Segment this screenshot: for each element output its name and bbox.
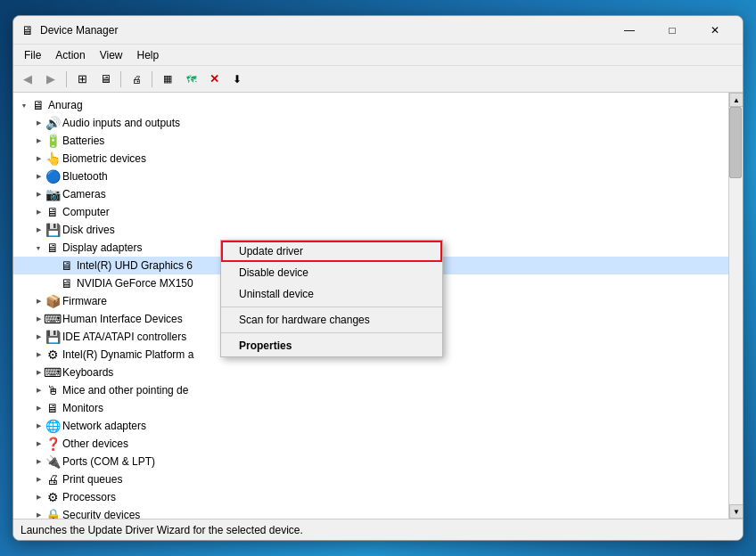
remove-icon: ✕ — [210, 72, 219, 86]
network-icon: 🌐 — [45, 419, 60, 433]
expand-arrow-biometric[interactable] — [31, 151, 45, 166]
scroll-down-button[interactable]: ▼ — [729, 504, 743, 519]
expand-arrow-processors[interactable] — [31, 490, 45, 504]
keyboards-icon: ⌨ — [45, 365, 60, 380]
tree-label-mice: Mice and other pointing de — [62, 384, 188, 397]
forward-button[interactable]: ▶ — [40, 70, 62, 89]
tree-item-diskdrives[interactable]: 💾 Disk drives — [13, 221, 728, 239]
ide-icon: 💾 — [45, 330, 60, 344]
tree-panel[interactable]: 🖥 Anurag 🔊 Audio inputs and outputs 🔋 Ba… — [13, 93, 728, 519]
tree-item-printqueues[interactable]: 🖨 Print queues — [13, 470, 728, 488]
tree-label-keyboards: Keyboards — [62, 366, 113, 379]
device-manager-window: 🖥 Device Manager — □ ✕ File Action View … — [12, 15, 744, 541]
ctx-scan-changes[interactable]: Scan for hardware changes — [221, 309, 442, 331]
window-icon: 🖥 — [21, 23, 35, 37]
menu-view[interactable]: View — [93, 47, 130, 63]
map-button[interactable]: 🗺 — [180, 70, 201, 89]
expand-arrow-security[interactable] — [31, 508, 45, 519]
minimize-button[interactable]: — — [609, 16, 650, 45]
expand-arrow-diskdrives[interactable] — [31, 223, 45, 237]
expand-arrow-cameras[interactable] — [31, 187, 45, 201]
tree-item-batteries[interactable]: 🔋 Batteries — [13, 132, 728, 150]
menu-file[interactable]: File — [17, 47, 48, 63]
expand-arrow-computer[interactable] — [31, 205, 45, 219]
expand-arrow-bluetooth[interactable] — [31, 169, 45, 184]
expand-arrow-batteries[interactable] — [31, 134, 45, 148]
tree-label-printqueues: Print queues — [62, 473, 122, 486]
expand-arrow-ide[interactable] — [31, 330, 45, 344]
tree-label-processors: Processors — [62, 491, 116, 503]
tree-item-other[interactable]: ❓ Other devices — [13, 435, 728, 453]
properties-button[interactable]: ⊞ — [71, 70, 93, 89]
tree-item-network[interactable]: 🌐 Network adapters — [13, 417, 728, 435]
expand-arrow-displayadapters[interactable] — [31, 241, 45, 255]
back-button[interactable]: ◀ — [17, 70, 38, 89]
other-icon: ❓ — [45, 437, 60, 451]
ctx-update-driver-label: Update driver — [239, 245, 303, 258]
expand-arrow-ports[interactable] — [31, 454, 45, 469]
scrollbar[interactable]: ▲ ▼ — [728, 93, 743, 519]
tree-label-diskdrives: Disk drives — [62, 224, 115, 236]
ctx-update-driver[interactable]: Update driver — [221, 241, 442, 262]
tree-item-audio[interactable]: 🔊 Audio inputs and outputs — [13, 114, 728, 132]
tree-item-security[interactable]: 🔒 Security devices — [13, 506, 728, 519]
tree-item-biometric[interactable]: 👆 Biometric devices — [13, 150, 728, 168]
tree-item-cameras[interactable]: 📷 Cameras — [13, 185, 728, 203]
back-icon: ◀ — [23, 72, 32, 86]
tree-label-other: Other devices — [62, 437, 128, 450]
expand-arrow-root[interactable] — [17, 98, 31, 112]
ctx-disable-device-label: Disable device — [239, 266, 308, 279]
ctx-uninstall-device[interactable]: Uninstall device — [221, 283, 442, 305]
tree-item-root[interactable]: 🖥 Anurag — [13, 96, 728, 114]
cameras-icon: 📷 — [45, 187, 60, 201]
ctx-separator-1 — [221, 307, 442, 307]
tree-label-biometric: Biometric devices — [62, 152, 146, 165]
scan-button[interactable]: ⬇ — [226, 70, 248, 89]
view-button[interactable]: ▦ — [157, 70, 178, 89]
tree-item-ports[interactable]: 🔌 Ports (COM & LPT) — [13, 453, 728, 470]
expand-arrow-network[interactable] — [31, 419, 45, 433]
diskdrives-icon: 💾 — [45, 223, 60, 237]
computer-node-icon: 🖥 — [45, 205, 60, 219]
ctx-uninstall-device-label: Uninstall device — [239, 288, 314, 300]
ctx-properties[interactable]: Properties — [221, 335, 442, 356]
scrollbar-track[interactable] — [729, 107, 743, 504]
expand-arrow-intel-dynamic[interactable] — [31, 348, 45, 362]
close-button[interactable]: ✕ — [694, 16, 735, 45]
toolbar: ◀ ▶ ⊞ 🖥 🖨 ▦ 🗺 ✕ ⬇ — [13, 66, 743, 93]
expand-arrow-other[interactable] — [31, 437, 45, 451]
print-button[interactable]: 🖨 — [126, 70, 147, 89]
scrollbar-thumb[interactable] — [729, 107, 742, 178]
computer-icon: 🖥 — [31, 98, 45, 112]
tree-label-intel-dynamic: Intel(R) Dynamic Platform a — [62, 348, 193, 361]
expand-arrow-firmware[interactable] — [31, 294, 45, 308]
toolbar-separator-1 — [66, 71, 67, 87]
expand-arrow-printqueues[interactable] — [31, 472, 45, 487]
ctx-disable-device[interactable]: Disable device — [221, 262, 442, 283]
tree-label-monitors: Monitors — [62, 402, 103, 414]
map-icon: 🗺 — [186, 74, 196, 85]
forward-icon: ▶ — [46, 72, 55, 86]
processors-icon: ⚙ — [45, 490, 60, 504]
tree-item-computer[interactable]: 🖥 Computer — [13, 203, 728, 221]
expand-arrow-audio[interactable] — [31, 116, 45, 130]
remove-button[interactable]: ✕ — [203, 70, 225, 89]
menu-help[interactable]: Help — [130, 47, 167, 63]
tree-item-bluetooth[interactable]: 🔵 Bluetooth — [13, 168, 728, 185]
expand-arrow-monitors[interactable] — [31, 401, 45, 415]
tree-item-monitors[interactable]: 🖥 Monitors — [13, 399, 728, 417]
ctx-properties-label: Properties — [239, 339, 292, 352]
maximize-button[interactable]: □ — [652, 16, 693, 45]
scroll-up-button[interactable]: ▲ — [729, 93, 743, 107]
tree-label-bluetooth: Bluetooth — [62, 170, 108, 183]
context-menu: Update driver Disable device Uninstall d… — [220, 240, 443, 357]
device-button[interactable]: 🖥 — [94, 70, 116, 89]
title-bar-controls: — □ ✕ — [609, 16, 735, 45]
tree-item-processors[interactable]: ⚙ Processors — [13, 488, 728, 506]
menu-action[interactable]: Action — [48, 47, 92, 63]
properties-icon: ⊞ — [78, 72, 87, 86]
tree-item-keyboards[interactable]: ⌨ Keyboards — [13, 364, 728, 381]
expand-arrow-mice[interactable] — [31, 383, 45, 397]
intel-dynamic-icon: ⚙ — [45, 348, 60, 362]
tree-item-mice[interactable]: 🖱 Mice and other pointing de — [13, 381, 728, 399]
